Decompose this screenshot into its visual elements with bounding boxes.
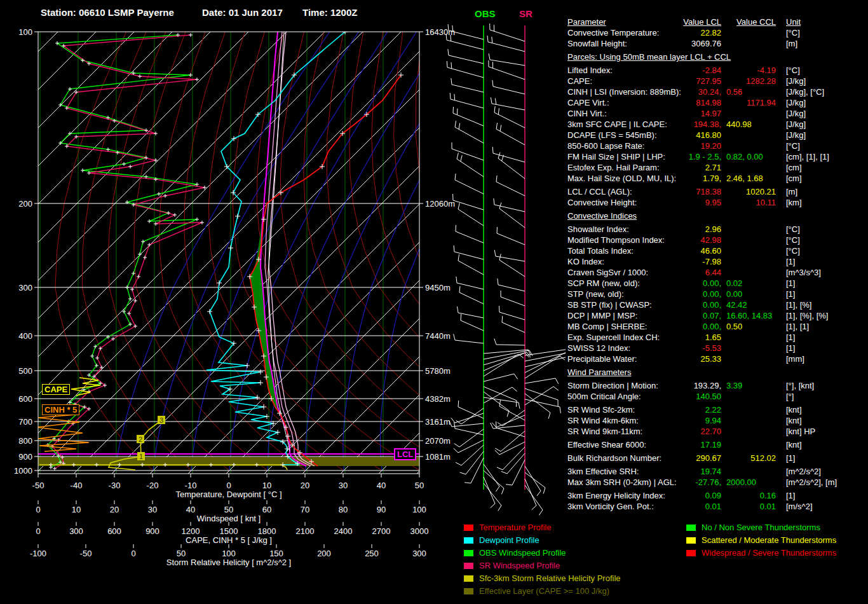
param-unit: [m^3/s^3] xyxy=(776,268,867,278)
param-value-lcl: 22.70 xyxy=(681,427,721,437)
param-label: SR Wind Sfc-2km: xyxy=(567,405,681,416)
param-unit: [°], [knt] xyxy=(776,381,867,392)
table-row: SWISS 12 Index:-5.53[1] xyxy=(567,343,867,354)
axis-tick-label: 300 xyxy=(69,526,83,536)
table-row: Modified Thompson Index:42.98[°C] xyxy=(567,235,867,246)
legend-label: Temperature Profile xyxy=(479,523,551,533)
param-label: STP (new, old): xyxy=(567,289,681,300)
axis-tick-label: 1200 xyxy=(182,526,200,536)
cinh-profile-label: CINH * 5 xyxy=(42,404,79,415)
param-value-ccl: 0.50 xyxy=(721,322,776,333)
param-value-ccl: 440.98 xyxy=(721,120,776,130)
param-unit: [°C] xyxy=(776,224,867,235)
param-value-lcl: 727.95 xyxy=(681,76,721,87)
legend-swatch-icon xyxy=(464,563,473,569)
table-row: Convective Height:9.9510.11[km] xyxy=(567,198,867,209)
param-label: CINH Virt.: xyxy=(567,109,681,120)
legend-label: OBS Windspeed Profile xyxy=(479,548,566,558)
axis-tick-label: -20 xyxy=(147,481,159,490)
param-unit: [1] xyxy=(776,278,867,289)
param-value-lcl: 3069.76 xyxy=(681,39,721,50)
param-label: 3km SFC CAPE | IL CAPE: xyxy=(567,120,681,130)
param-label: CAPE: xyxy=(567,76,681,87)
pressure-tick-label: 400 xyxy=(18,331,32,341)
lcl-label: LCL xyxy=(394,448,416,460)
axis-tick-label: 300 xyxy=(412,549,426,558)
table-row: SCP RM (new, old):0.00,0.02[1] xyxy=(567,278,867,289)
param-unit: [1], [%], [%] xyxy=(776,311,867,322)
pressure-tick-label: 500 xyxy=(18,366,32,376)
table-row: CINH | LSI (Inversion: 889mB):30.24,0.56… xyxy=(567,87,867,98)
axis-tick-label: -30 xyxy=(109,481,121,490)
param-value-ccl: 1020.21 xyxy=(721,187,776,198)
param-value-ccl xyxy=(721,109,776,120)
param-unit: [J/kg] xyxy=(776,109,867,120)
obs-column-label: OBS xyxy=(473,9,498,18)
axis-tick-label: 100 xyxy=(222,549,236,558)
param-unit: [J/kg] xyxy=(776,76,867,87)
param-unit: [J/kg] xyxy=(776,120,867,130)
table-row: DCAPE (LFS = 545mB):416.80[J/kg] xyxy=(567,130,867,141)
param-value-ccl xyxy=(721,130,776,141)
table-row: Max 3km SRH (0-2km) | AGL:-27.76,2000.00… xyxy=(567,477,867,488)
table-row: MB Comp | SHERBE:0.00,0.50[1], [1] xyxy=(567,322,867,333)
param-value-ccl: 0.01 xyxy=(721,502,776,512)
param-value-ccl xyxy=(721,28,776,39)
param-label: Storm Direction | Motion: xyxy=(567,381,681,392)
axis-tick-label: 50 xyxy=(177,549,186,558)
param-unit: [J/kg] xyxy=(776,98,867,109)
param-value-ccl xyxy=(721,333,776,343)
axis-title: Storm Relative Helicity [ m^2/s^2 ] xyxy=(166,558,291,567)
axis-tick-label: -40 xyxy=(71,481,83,490)
param-unit: [cm] xyxy=(776,174,867,184)
legend-label: Dewpoint Profile xyxy=(479,535,539,546)
param-value-ccl: 2000.00 xyxy=(721,477,776,488)
table-row: Storm Direction | Motion:193.29,3.39[°],… xyxy=(567,381,867,392)
table-row: Lifted Index:-2.84-4.19[°C] xyxy=(567,65,867,76)
table-row: Precipitable Water:25.33[mm] xyxy=(567,354,867,365)
table-row: CAPE:727.951282.28[J/kg] xyxy=(567,76,867,87)
param-value-lcl: 9.94 xyxy=(681,416,721,427)
table-row: Convective Temperature:22.82[°C] xyxy=(567,28,867,39)
param-unit: [m] xyxy=(776,187,867,198)
param-value-lcl: 2.96 xyxy=(681,224,721,235)
param-unit: [cm], [1], [1] xyxy=(776,152,867,163)
axis-tick-label: 20 xyxy=(110,505,119,514)
table-row: Effective Shear 6000:17.19[knt] xyxy=(567,440,867,451)
table-row: 3km Energy Helicity Index:0.090.16[1] xyxy=(567,491,867,502)
param-value-ccl: 10.11 xyxy=(721,198,776,209)
param-unit: [J/kg], [°C] xyxy=(776,87,867,98)
param-label: CAPE Virt.: xyxy=(567,98,681,109)
axis-tick-label: 200 xyxy=(317,549,331,558)
param-value-lcl: 0.01 xyxy=(681,502,721,512)
param-value-lcl: 25.33 xyxy=(681,354,721,365)
param-value-ccl: 1282.28 xyxy=(721,76,776,87)
axis-tick-label: 1800 xyxy=(258,526,276,536)
param-value-ccl xyxy=(721,440,776,451)
param-value-ccl: 2.46, 1.68 xyxy=(721,174,776,184)
legend-label: Scattered / Moderate Thunderstorms xyxy=(702,535,836,546)
param-unit: [knt] xyxy=(776,440,867,451)
legend-swatch-icon xyxy=(686,537,696,544)
table-row: CAPE Virt.:814.981171.94[J/kg] xyxy=(567,98,867,109)
param-label: Precipitable Water: xyxy=(567,354,681,365)
col-parameter: Parameter xyxy=(567,17,681,28)
param-value-lcl: 19.20 xyxy=(681,141,721,152)
param-value-ccl xyxy=(721,392,776,402)
param-value-lcl: 2.71 xyxy=(681,163,721,174)
table-row: Bulk Richardson Number:290.67512.02[1] xyxy=(567,453,867,464)
param-label: 3km Vorticity Gen. Pot.: xyxy=(567,502,681,512)
param-value-ccl xyxy=(721,224,776,235)
param-value-lcl: 22.82 xyxy=(681,28,721,39)
table-section-title: Convective Indices xyxy=(567,209,867,224)
axis-tick-label: 0 xyxy=(36,505,40,514)
param-unit: [knt] HP xyxy=(776,427,867,437)
param-label: 3km Effective SRH: xyxy=(567,467,681,477)
param-label: Exp. Supercell Index CH: xyxy=(567,333,681,343)
param-unit: [knt] xyxy=(776,405,867,416)
param-unit: [m^2/s^2], [m] xyxy=(776,477,867,488)
col-value-lcl: Value LCL xyxy=(681,17,721,28)
axis-tick-label: -50 xyxy=(32,481,44,490)
axis-tick-label: 100 xyxy=(412,505,426,514)
axis-tick-label: -50 xyxy=(80,549,92,558)
